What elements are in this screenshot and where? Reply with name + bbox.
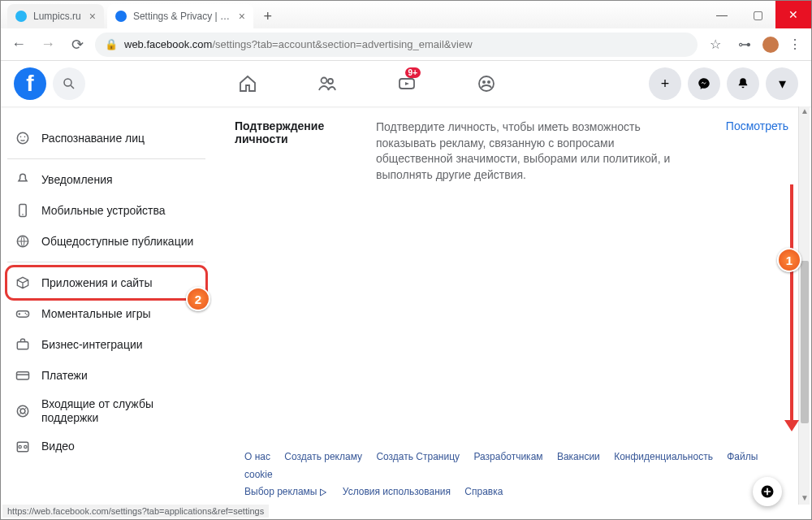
sidebar-item-label: Общедоступные публикации [41,235,193,249]
fb-logo-icon[interactable]: f [14,67,46,100]
tab-facebook-settings[interactable]: Settings & Privacy | Facebook × [107,4,253,28]
identity-confirmation-row: Подтверждение личности Подтвердите лично… [235,119,788,183]
sidebar-item-public-posts[interactable]: Общедоступные публикации [7,226,205,257]
favicon-icon [115,11,127,22]
search-icon [62,76,76,91]
groups-icon [477,74,496,93]
tab-lumpics[interactable]: Lumpics.ru × [7,4,104,28]
messenger-button[interactable] [688,67,720,100]
nav-watch[interactable]: 9+ [370,64,443,103]
footer-link[interactable]: Создать рекламу [284,451,362,462]
footer-link[interactable]: Условия использования [343,486,451,497]
footer-link[interactable]: Вакансии [557,451,600,462]
profile-avatar[interactable] [762,37,779,53]
sidebar-item-label: Бизнес-интеграции [41,338,143,352]
close-window-button[interactable]: ✕ [775,1,811,28]
globe-icon [14,232,32,250]
scroll-up-icon[interactable]: ▲ [799,106,810,118]
sidebar-item-label: Видео [41,440,75,453]
card-icon [14,366,32,384]
browser-tabs: Lumpics.ru × Settings & Privacy | Facebo… [1,4,279,28]
browser-menu-button[interactable]: ⋮ [785,37,805,52]
sidebar-item-label: Уведомления [41,173,113,187]
friends-icon [317,74,337,93]
nav-groups[interactable] [450,64,523,103]
create-button[interactable]: + [649,67,681,100]
sidebar-item-partial[interactable] [7,111,205,123]
life-ring-icon [14,402,32,420]
url-host: web.facebook.com [124,38,212,50]
sidebar-item-label: Приложения и сайты [41,276,153,290]
sidebar-item-face-recognition[interactable]: Распознавание лиц [7,123,205,154]
star-icon[interactable]: ☆ [704,37,727,52]
bell-icon [736,76,750,91]
face-icon [14,129,32,147]
footer-link[interactable]: Разработчикам [473,451,542,462]
svg-line-1 [71,85,74,89]
sidebar-item-label: Входящие от службы поддержки [41,397,199,425]
film-icon [14,438,32,456]
key-icon[interactable]: ⊶ [733,37,756,52]
svg-point-23 [19,445,21,448]
reload-button[interactable]: ⟳ [66,36,89,54]
fb-top-nav: 9+ [85,64,649,103]
close-icon[interactable]: × [239,10,245,23]
footer-link[interactable]: О нас [244,451,270,462]
notifications-button[interactable] [727,67,759,100]
gamepad-icon [14,305,32,323]
footer-link[interactable]: Создать Страницу [376,451,460,462]
sidebar-item-label: Мобильные устройства [41,204,166,218]
annotation-arrow [790,184,793,428]
annotation-marker-2: 2 [186,287,210,311]
svg-point-5 [479,76,494,91]
messenger-icon [697,76,711,91]
lock-icon: 🔒 [105,38,118,50]
favicon-icon [15,11,27,22]
svg-rect-18 [17,372,29,379]
maximize-button[interactable]: ▢ [740,1,775,28]
scrollbar[interactable]: ▲ ▼ [798,106,810,505]
browser-titlebar: Lumpics.ru × Settings & Privacy | Facebo… [1,1,811,28]
footer-link[interactable]: Справка [464,486,503,497]
account-menu-button[interactable]: ▾ [766,67,798,100]
sidebar-item-notifications[interactable]: Уведомления [7,164,205,195]
svg-point-2 [322,78,327,84]
section-title: Подтверждение личности [235,119,356,145]
svg-rect-17 [17,342,28,349]
forward-button[interactable]: → [37,36,59,53]
sidebar-item-mobile[interactable]: Мобильные устройства [7,195,205,226]
bell-icon [14,171,32,188]
home-icon [238,74,257,93]
sidebar-item-business-integrations[interactable]: Бизнес-интеграции [7,329,205,360]
annotation-marker-1: 1 [777,248,801,272]
new-message-fab[interactable] [753,477,782,506]
svg-point-3 [328,79,333,84]
svg-point-12 [22,214,24,215]
section-description: Подтвердите личность, чтобы иметь возмож… [376,119,688,183]
fb-header-right: + ▾ [649,67,798,100]
sidebar-item-apps-websites[interactable]: Приложения и сайты 2 [7,267,205,298]
tab-title: Lumpics.ru [33,11,81,22]
footer-link-adchoices[interactable]: Выбор рекламы [244,483,328,501]
sidebar-item-support-inbox[interactable]: Входящие от службы поддержки [7,391,205,431]
nav-friends[interactable] [291,64,364,103]
sidebar-item-payments[interactable]: Платежи [7,360,205,391]
search-button[interactable] [53,67,85,100]
svg-point-9 [20,136,22,138]
svg-point-16 [26,314,28,315]
generic-icon [14,111,32,123]
minimize-button[interactable]: — [704,1,740,28]
svg-point-8 [17,132,28,143]
annotation-arrowhead [784,420,799,431]
back-button[interactable]: ← [7,36,30,53]
nav-home[interactable] [211,64,284,103]
sidebar-item-videos[interactable]: Видео [7,431,205,462]
scroll-thumb[interactable] [801,261,809,423]
scroll-down-icon[interactable]: ▼ [799,493,810,505]
footer-link[interactable]: Конфиденциальность [614,451,713,462]
url-input[interactable]: 🔒 web.facebook.com /settings?tab=account… [95,32,698,57]
new-tab-button[interactable]: + [257,8,279,25]
view-link[interactable]: Посмотреть [707,119,788,132]
close-icon[interactable]: × [89,10,96,23]
sidebar-item-instant-games[interactable]: Моментальные игры [7,298,205,329]
